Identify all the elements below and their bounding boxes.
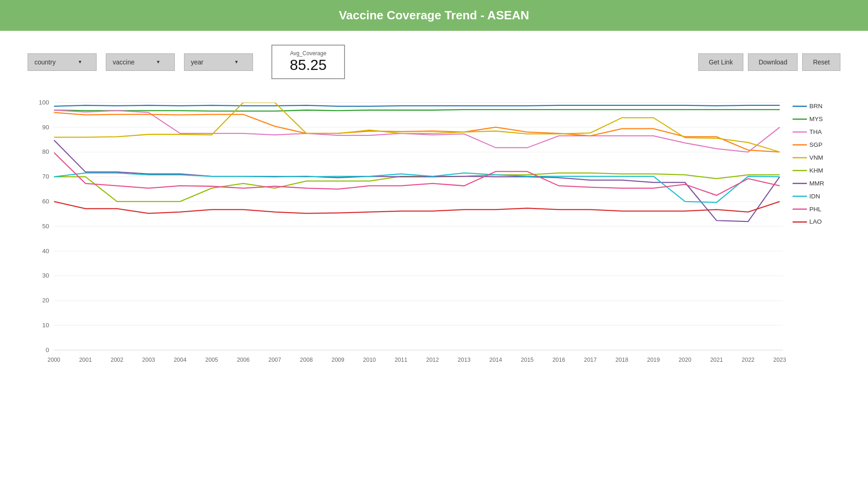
svg-text:VNM: VNM [809, 154, 823, 161]
page-header: Vaccine Coverage Trend - ASEAN [0, 0, 868, 31]
svg-text:SGP: SGP [809, 141, 822, 148]
year-arrow-icon: ▼ [234, 59, 239, 64]
stat-value: 85.25 [286, 57, 330, 74]
main-chart-svg: 0 10 20 30 40 50 60 70 80 90 100 2000 20… [28, 93, 840, 369]
svg-text:2018: 2018 [615, 357, 628, 364]
chart-container: 0 10 20 30 40 50 60 70 80 90 100 2000 20… [28, 93, 840, 369]
svg-text:70: 70 [42, 173, 49, 180]
svg-text:50: 50 [42, 223, 49, 230]
vaccine-arrow-icon: ▼ [156, 59, 161, 64]
svg-text:MMR: MMR [809, 180, 824, 187]
svg-text:2011: 2011 [395, 357, 408, 364]
country-label: country [34, 58, 56, 66]
svg-text:2002: 2002 [111, 357, 124, 364]
svg-text:0: 0 [46, 347, 49, 353]
svg-text:2001: 2001 [79, 357, 92, 364]
svg-text:30: 30 [42, 272, 49, 279]
svg-text:2000: 2000 [47, 357, 60, 364]
svg-text:PHL: PHL [809, 206, 822, 213]
svg-text:2012: 2012 [426, 357, 439, 364]
svg-text:LAO: LAO [809, 219, 822, 226]
svg-text:MYS: MYS [809, 116, 822, 122]
svg-text:2013: 2013 [458, 357, 471, 364]
svg-text:2006: 2006 [237, 357, 250, 364]
svg-text:2021: 2021 [710, 357, 723, 364]
year-dropdown-btn[interactable]: year ▼ [184, 53, 253, 71]
svg-text:KHM: KHM [809, 167, 823, 174]
vaccine-dropdown-btn[interactable]: vaccine ▼ [106, 53, 175, 71]
svg-text:10: 10 [42, 322, 49, 329]
svg-text:2020: 2020 [678, 357, 691, 364]
svg-text:2008: 2008 [300, 357, 313, 364]
stat-label: Avg_Coverage [286, 50, 330, 57]
download-button[interactable]: Download [748, 53, 798, 71]
svg-text:100: 100 [39, 99, 49, 106]
svg-text:80: 80 [42, 148, 49, 155]
chart-area: 0 10 20 30 40 50 60 70 80 90 100 2000 20… [28, 93, 840, 369]
country-dropdown[interactable]: country ▼ [28, 53, 97, 71]
svg-text:2017: 2017 [584, 357, 597, 364]
page-title: Vaccine Coverage Trend - ASEAN [339, 8, 529, 22]
svg-text:2010: 2010 [363, 357, 376, 364]
country-dropdown-btn[interactable]: country ▼ [28, 53, 97, 71]
svg-text:2015: 2015 [521, 357, 534, 364]
year-dropdown[interactable]: year ▼ [184, 53, 253, 71]
country-arrow-icon: ▼ [78, 59, 82, 64]
svg-text:2022: 2022 [742, 357, 755, 364]
vaccine-dropdown[interactable]: vaccine ▼ [106, 53, 175, 71]
svg-text:2007: 2007 [269, 357, 282, 364]
controls-bar: country ▼ vaccine ▼ year ▼ Avg_Coverage … [0, 31, 868, 84]
svg-text:2023: 2023 [773, 357, 786, 364]
svg-text:60: 60 [42, 198, 49, 205]
svg-text:2003: 2003 [142, 357, 155, 364]
reset-button[interactable]: Reset [802, 53, 840, 71]
svg-text:2019: 2019 [647, 357, 660, 364]
svg-text:20: 20 [42, 297, 49, 304]
svg-text:2004: 2004 [174, 357, 187, 364]
svg-text:90: 90 [42, 124, 49, 131]
svg-text:2009: 2009 [332, 357, 345, 364]
year-label: year [191, 58, 203, 66]
svg-text:IDN: IDN [809, 193, 820, 200]
get-link-button[interactable]: Get Link [698, 53, 743, 71]
avg-coverage-box: Avg_Coverage 85.25 [271, 45, 345, 79]
svg-text:THA: THA [809, 128, 822, 135]
vaccine-label: vaccine [113, 58, 134, 66]
action-buttons: Get Link Download Reset [698, 53, 840, 71]
svg-text:40: 40 [42, 248, 49, 255]
svg-text:2014: 2014 [489, 357, 502, 364]
svg-text:2005: 2005 [205, 357, 218, 364]
svg-text:BRN: BRN [809, 103, 822, 110]
svg-text:2016: 2016 [552, 357, 565, 364]
